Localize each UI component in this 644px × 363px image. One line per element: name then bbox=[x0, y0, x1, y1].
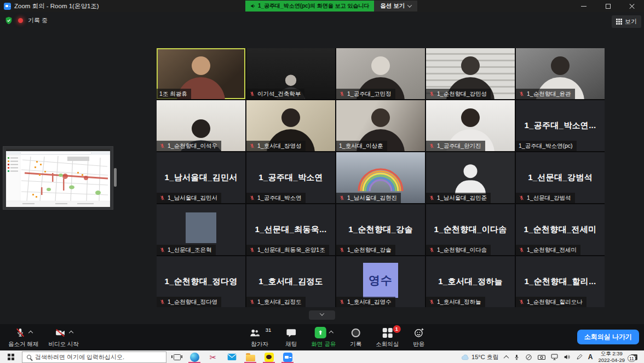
participant-tile[interactable]: 1_호서대_김정도 1_호서대_김정도 bbox=[246, 256, 335, 307]
record-button[interactable]: 기록 bbox=[345, 324, 366, 350]
participant-tile[interactable]: 1조 최광휴 bbox=[157, 48, 245, 99]
participant-label-text: 1_순천향대_이석우 bbox=[168, 142, 217, 150]
muted-mic-icon bbox=[159, 195, 165, 201]
minimize-button[interactable] bbox=[572, 0, 596, 12]
participant-tile[interactable]: 1_남서울대_김현진 bbox=[336, 152, 425, 203]
video-options-chevron[interactable] bbox=[69, 330, 73, 335]
participant-label: 1_순천향대_이다솜 bbox=[426, 245, 491, 255]
muted-mic-icon bbox=[429, 247, 435, 253]
tray-network[interactable] bbox=[548, 351, 561, 363]
participant-tile[interactable]: 1_순천향대_강솔 1_순천향대_강솔 bbox=[336, 204, 425, 255]
breakout-rooms-button[interactable]: 1 소회의실 bbox=[371, 324, 404, 350]
participant-tile[interactable]: 이기석_건축학부 bbox=[246, 48, 335, 99]
participant-label-text: 1_순천향대_강솔 bbox=[347, 246, 392, 254]
close-button[interactable] bbox=[620, 0, 644, 12]
thumbnail-scrollbar[interactable] bbox=[114, 168, 117, 187]
participant-tile[interactable]: 1_공주대_박소연 1_공주대_박소연 bbox=[246, 152, 335, 203]
participant-tile[interactable]: 1_공주대_박소연... 1_공주대_박소연(pc) bbox=[516, 100, 605, 151]
participant-tile[interactable]: 1_호서대_장영성 bbox=[246, 100, 335, 151]
participant-label-text: 1_선문대_강범석 bbox=[527, 194, 571, 202]
tray-sync-paused[interactable] bbox=[522, 351, 535, 363]
profile-silhouette-icon bbox=[453, 164, 488, 194]
ime-indicator[interactable]: A bbox=[585, 351, 596, 363]
participant-label: 1_공주대_고민정 bbox=[336, 89, 395, 99]
taskbar-app-edge[interactable] bbox=[185, 351, 204, 363]
tray-camera[interactable] bbox=[535, 351, 548, 363]
tray-pen[interactable] bbox=[573, 351, 585, 363]
options-view-button[interactable]: 옵션 보기 bbox=[374, 1, 417, 11]
participant-tile[interactable]: 1_순천향대_윤관 bbox=[516, 48, 605, 99]
mute-options-chevron[interactable] bbox=[28, 330, 32, 335]
camera-icon bbox=[538, 354, 545, 360]
taskbar-app-kakaotalk[interactable] bbox=[260, 351, 278, 363]
participant-tile[interactable]: 1_남서울대_김민서 1_남서울대_김민서 bbox=[157, 152, 245, 203]
participant-tile[interactable]: 1_공주대_한기진 bbox=[426, 100, 515, 151]
muted-mic-icon bbox=[249, 299, 255, 305]
zoom-window: Zoom 회의 - Room 1(온양1조) 1_공주대_박소연(pc)의 화면… bbox=[0, 0, 644, 363]
reactions-button[interactable]: 반응 bbox=[408, 324, 429, 350]
participant-tile[interactable]: 1_선문대_최동욱... 1_선문대_최동욱_온양1조 bbox=[246, 204, 335, 255]
participant-label: 이기석_건축학부 bbox=[246, 89, 304, 99]
search-input[interactable] bbox=[35, 354, 162, 360]
participant-tile[interactable]: 1_선문대_조은혁 bbox=[157, 204, 245, 255]
participant-tile[interactable]: 1_선문대_강범석 1_선문대_강범석 bbox=[516, 152, 605, 203]
hidden-icons-button[interactable] bbox=[502, 351, 511, 363]
collapse-gallery-button[interactable] bbox=[309, 310, 335, 320]
participant-tile[interactable]: 1_순천향대_이석우 bbox=[157, 100, 245, 151]
window-title: Zoom 회의 - Room 1(온양1조) bbox=[14, 2, 99, 10]
taskbar-app-mail[interactable] bbox=[222, 351, 241, 363]
participant-label: 1_순천향대_전세미 bbox=[516, 245, 580, 255]
participant-tile[interactable]: 영수 1_호서대_김영수 bbox=[336, 256, 425, 307]
search-icon bbox=[27, 355, 31, 359]
participants-count: 31 bbox=[266, 327, 272, 333]
task-view-button[interactable] bbox=[169, 351, 185, 363]
participant-tile[interactable]: 1_호서대_정하늘 1_호서대_정하늘 bbox=[426, 256, 515, 307]
recording-label: 기록 중 bbox=[28, 16, 48, 25]
weather-widget[interactable]: 15°C 흐림 bbox=[458, 351, 502, 363]
participants-button[interactable]: 31 참가자 bbox=[243, 324, 277, 350]
participant-tile[interactable]: 1_순천향대_전세미 1_순천향대_전세미 bbox=[516, 204, 605, 255]
share-options-chevron[interactable] bbox=[329, 330, 333, 335]
chat-button[interactable]: 채팅 bbox=[280, 324, 302, 350]
participant-label-text: 1_호서대_이상훈 bbox=[339, 142, 383, 150]
muted-mic-icon bbox=[249, 143, 255, 149]
view-button[interactable]: 보기 bbox=[612, 15, 641, 28]
tray-microphone[interactable] bbox=[511, 351, 522, 363]
security-shield-icon[interactable] bbox=[4, 16, 13, 25]
participant-label: 1_순천향대_정다영 bbox=[157, 297, 221, 307]
windows-taskbar: ✂ 15°C 흐림 bbox=[0, 350, 644, 363]
participant-label: 1_남서울대_김현진 bbox=[336, 193, 401, 203]
start-video-button[interactable]: 비디오 시작 bbox=[43, 324, 83, 350]
leave-breakout-button[interactable]: 소회의실 나가기 bbox=[577, 330, 639, 344]
participant-label: 1_호서대_이상훈 bbox=[336, 141, 387, 151]
muted-mic-icon bbox=[519, 299, 525, 305]
participant-tile[interactable]: 1_순천향대_정다영 1_순천향대_정다영 bbox=[157, 256, 245, 307]
participant-tile[interactable]: 1_호서대_이상훈 bbox=[336, 100, 425, 151]
participant-tile[interactable]: 1_공주대_고민정 bbox=[336, 48, 425, 99]
taskbar-app-snipping-tool[interactable]: ✂ bbox=[204, 351, 222, 363]
share-screen-icon bbox=[314, 327, 326, 338]
notification-center-button[interactable]: 11 bbox=[628, 351, 642, 363]
participant-tile[interactable]: 1_순천향대_강민성 bbox=[426, 48, 515, 99]
maximize-button[interactable] bbox=[596, 0, 620, 12]
participant-label: 1_호서대_장영성 bbox=[246, 141, 306, 151]
taskbar-search[interactable] bbox=[22, 352, 166, 363]
share-screen-button[interactable]: 화면 공유 bbox=[306, 324, 341, 350]
participant-tile[interactable]: 1_순천향대_이다솜 1_순천향대_이다솜 bbox=[426, 204, 515, 255]
unmute-button[interactable]: 음소거 해제 bbox=[3, 324, 43, 350]
speaker-icon bbox=[250, 3, 256, 9]
taskbar-app-file-explorer[interactable] bbox=[241, 351, 260, 363]
chat-bubble-icon bbox=[286, 327, 297, 338]
participant-tile[interactable]: 1_순천향대_할리... 1_순천향대_할리오나 bbox=[516, 256, 605, 307]
screen-share-banner: 1_공주대_박소연(pc)의 화면을 보고 있습니다 bbox=[245, 1, 374, 11]
participant-label: 1_남서울대_김민서 bbox=[157, 193, 221, 203]
taskbar-clock[interactable]: 오후 2:39 2022-04-29 bbox=[595, 351, 628, 363]
start-button[interactable] bbox=[0, 351, 22, 363]
mic-slash-icon bbox=[15, 327, 26, 338]
muted-mic-icon bbox=[249, 247, 255, 253]
taskbar-app-zoom[interactable] bbox=[278, 351, 297, 363]
shared-screen-thumbnail[interactable] bbox=[3, 146, 113, 210]
participant-label-text: 1_선문대_최동욱_온양1조 bbox=[257, 246, 325, 254]
tray-volume[interactable] bbox=[561, 351, 573, 363]
participant-tile[interactable]: 1_남서울대_김민준 bbox=[426, 152, 515, 203]
